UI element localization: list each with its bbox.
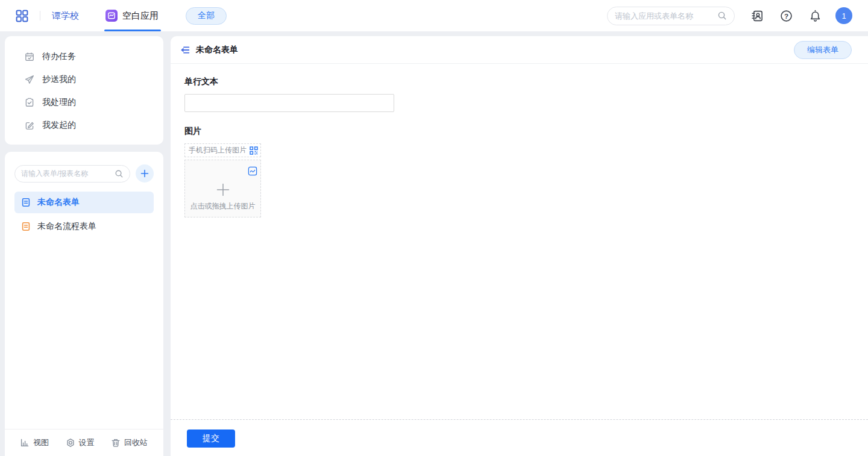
form-search[interactable] (14, 165, 130, 183)
workspace-name[interactable]: 谭学校 (52, 10, 79, 22)
app-screen: 谭学校 空白应用 (0, 0, 868, 456)
search-icon (717, 11, 727, 20)
filter-all-button[interactable]: 全部 (186, 7, 227, 25)
main-header: 未命名表单 编辑表单 (171, 36, 868, 64)
topbar-right: ? 1 (607, 7, 852, 25)
gear-icon (66, 438, 75, 448)
sidebar-item-cc-to-me[interactable]: 抄送我的 (5, 68, 163, 91)
single-line-text-input[interactable] (184, 94, 394, 112)
collapse-sidebar-icon[interactable] (180, 45, 190, 55)
avatar[interactable]: 1 (835, 7, 852, 24)
form-item-label: 未命名表单 (37, 197, 80, 208)
form-search-input[interactable] (21, 169, 115, 178)
form-footer-divider (171, 419, 868, 420)
page-title: 未命名表单 (196, 45, 238, 55)
recycle-bin-button[interactable]: 回收站 (111, 437, 148, 448)
text-field-label: 单行文本 (184, 77, 868, 87)
calendar-icon (25, 52, 34, 61)
bar-chart-icon (20, 438, 30, 448)
sidebar-item-label: 我发起的 (42, 120, 76, 131)
plus-icon (215, 181, 231, 198)
edit-form-button[interactable]: 编辑表单 (794, 41, 852, 59)
add-form-button[interactable] (136, 164, 154, 183)
footer-item-label: 视图 (33, 437, 49, 448)
global-search-input[interactable] (615, 11, 717, 20)
contacts-icon[interactable] (751, 10, 764, 22)
apps-grid-icon[interactable] (16, 10, 28, 22)
sidebar-item-label: 抄送我的 (42, 74, 76, 85)
form-search-row (14, 164, 154, 183)
upload-hint-text: 点击或拖拽上传图片 (185, 201, 260, 211)
main-panel: 未命名表单 编辑表单 单行文本 图片 手机扫码上传图片 (171, 36, 868, 456)
views-button[interactable]: 视图 (20, 437, 49, 448)
qr-code-icon (250, 146, 258, 155)
sidebar-task-nav: 待办任务 抄送我的 我处理的 (5, 36, 163, 145)
topbar-divider (40, 11, 40, 20)
sidebar-item-label: 我处理的 (42, 97, 76, 108)
tab-blank-app[interactable]: 空白应用 (105, 0, 159, 31)
footer-item-label: 回收站 (124, 437, 148, 448)
form-item-untitled-form[interactable]: 未命名表单 (14, 192, 154, 213)
image-field-label: 图片 (184, 126, 868, 137)
sidebar-item-started-by-me[interactable]: 我发起的 (5, 114, 163, 137)
app-tab-label: 空白应用 (122, 10, 159, 22)
notification-bell-icon[interactable] (809, 10, 822, 22)
form-item-label: 未命名流程表单 (37, 221, 96, 232)
sidebar-item-todo[interactable]: 待办任务 (5, 45, 163, 68)
clipboard-check-icon (25, 98, 34, 107)
svg-text:?: ? (784, 11, 788, 19)
blank-app-icon (105, 10, 118, 22)
topbar-left: 谭学校 空白应用 (16, 0, 227, 31)
doodle-icon[interactable] (248, 166, 257, 176)
flow-document-icon (21, 222, 31, 231)
scan-upload-text: 手机扫码上传图片 (189, 145, 247, 155)
submit-button[interactable]: 提交 (187, 429, 235, 448)
active-tab-underline (104, 30, 161, 31)
topbar: 谭学校 空白应用 (0, 0, 868, 31)
sidebar-item-processed-by-me[interactable]: 我处理的 (5, 91, 163, 114)
sidebar-form-panel: 未命名表单 未命名流程表单 (5, 152, 163, 456)
plus-icon (140, 169, 149, 178)
form-body: 单行文本 图片 手机扫码上传图片 (171, 64, 868, 217)
search-icon (115, 169, 124, 178)
form-list: 未命名表单 未命名流程表单 (14, 192, 154, 237)
trash-icon (111, 438, 121, 448)
help-icon[interactable]: ? (780, 10, 793, 22)
image-upload-dropzone[interactable]: 点击或拖拽上传图片 (184, 160, 261, 217)
document-icon (21, 198, 31, 207)
settings-button[interactable]: 设置 (66, 437, 95, 448)
sidebar-item-label: 待办任务 (42, 51, 76, 62)
global-search[interactable] (607, 7, 735, 25)
sidebar-footer: 视图 设置 (5, 429, 163, 456)
footer-item-label: 设置 (79, 437, 95, 448)
form-item-untitled-flow-form[interactable]: 未命名流程表单 (14, 216, 154, 237)
paper-plane-icon (25, 75, 34, 84)
scan-upload-chip[interactable]: 手机扫码上传图片 (184, 143, 261, 157)
note-pencil-icon (25, 120, 34, 130)
